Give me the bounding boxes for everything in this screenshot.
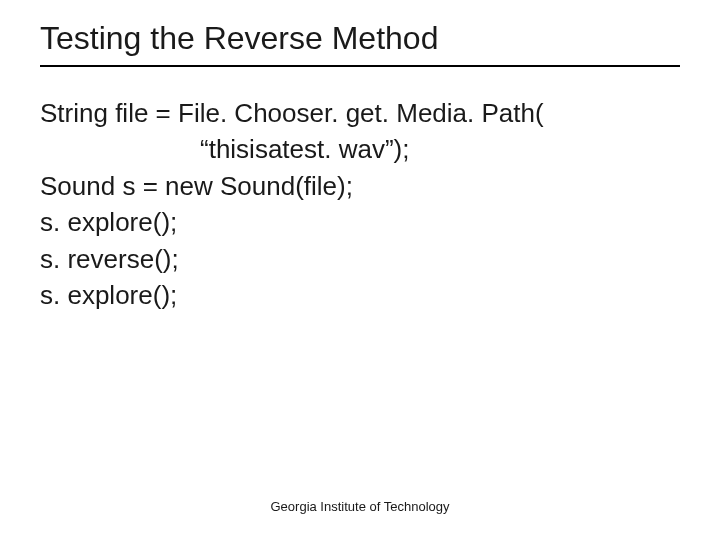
code-line-4: s. explore(); (40, 204, 680, 240)
slide-container: Testing the Reverse Method String file =… (0, 0, 720, 540)
slide-content: String file = File. Chooser. get. Media.… (40, 95, 680, 313)
code-line-5: s. reverse(); (40, 241, 680, 277)
code-line-2: “thisisatest. wav”); (40, 131, 680, 167)
code-line-6: s. explore(); (40, 277, 680, 313)
slide-title: Testing the Reverse Method (40, 20, 680, 67)
code-line-1: String file = File. Chooser. get. Media.… (40, 95, 680, 131)
code-line-3: Sound s = new Sound(file); (40, 168, 680, 204)
footer-text: Georgia Institute of Technology (0, 499, 720, 514)
